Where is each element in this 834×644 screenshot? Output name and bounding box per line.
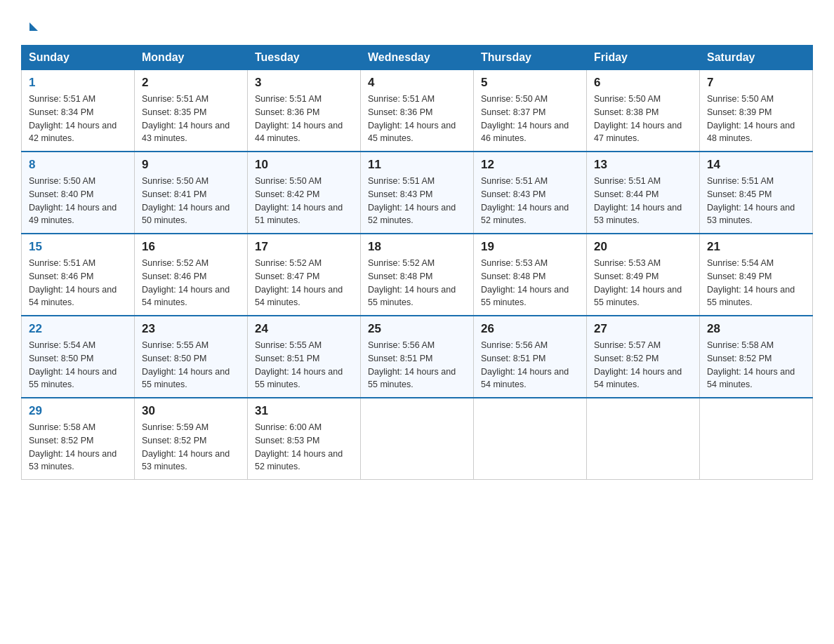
calendar-day-header: Saturday [700, 46, 813, 70]
table-row: 24Sunrise: 5:55 AMSunset: 8:51 PMDayligh… [248, 316, 361, 398]
day-number: 7 [707, 76, 805, 90]
day-info: Sunrise: 5:52 AMSunset: 8:46 PMDaylight:… [142, 257, 240, 309]
day-info: Sunrise: 5:53 AMSunset: 8:49 PMDaylight:… [594, 257, 692, 309]
day-info: Sunrise: 5:51 AMSunset: 8:35 PMDaylight:… [142, 93, 240, 145]
day-info: Sunrise: 5:58 AMSunset: 8:52 PMDaylight:… [29, 421, 127, 474]
table-row: 2Sunrise: 5:51 AMSunset: 8:35 PMDaylight… [135, 70, 248, 152]
day-number: 17 [255, 240, 353, 254]
table-row: 14Sunrise: 5:51 AMSunset: 8:45 PMDayligh… [700, 152, 813, 234]
table-row: 17Sunrise: 5:52 AMSunset: 8:47 PMDayligh… [248, 234, 361, 316]
day-number: 25 [368, 322, 466, 336]
day-info: Sunrise: 5:50 AMSunset: 8:40 PMDaylight:… [29, 175, 127, 227]
table-row: 1Sunrise: 5:51 AMSunset: 8:34 PMDaylight… [22, 70, 135, 152]
table-row: 27Sunrise: 5:57 AMSunset: 8:52 PMDayligh… [587, 316, 700, 398]
table-row: 13Sunrise: 5:51 AMSunset: 8:44 PMDayligh… [587, 152, 700, 234]
table-row: 18Sunrise: 5:52 AMSunset: 8:48 PMDayligh… [361, 234, 474, 316]
table-row: 5Sunrise: 5:50 AMSunset: 8:37 PMDaylight… [474, 70, 587, 152]
day-number: 27 [594, 322, 692, 336]
table-row: 6Sunrise: 5:50 AMSunset: 8:38 PMDaylight… [587, 70, 700, 152]
day-number: 15 [29, 240, 127, 254]
table-row: 7Sunrise: 5:50 AMSunset: 8:39 PMDaylight… [700, 70, 813, 152]
calendar-week-row: 22Sunrise: 5:54 AMSunset: 8:50 PMDayligh… [22, 316, 813, 398]
day-number: 21 [707, 240, 805, 254]
table-row: 16Sunrise: 5:52 AMSunset: 8:46 PMDayligh… [135, 234, 248, 316]
day-info: Sunrise: 5:51 AMSunset: 8:46 PMDaylight:… [29, 257, 127, 309]
day-info: Sunrise: 5:51 AMSunset: 8:43 PMDaylight:… [368, 175, 466, 227]
calendar-day-header: Friday [587, 46, 700, 70]
day-number: 30 [142, 404, 240, 418]
day-number: 29 [29, 404, 127, 418]
calendar-header-row: SundayMondayTuesdayWednesdayThursdayFrid… [22, 46, 813, 70]
logo [21, 14, 38, 34]
table-row [587, 398, 700, 480]
day-number: 2 [142, 76, 240, 90]
day-number: 9 [142, 158, 240, 172]
day-info: Sunrise: 5:51 AMSunset: 8:43 PMDaylight:… [481, 175, 579, 227]
table-row [700, 398, 813, 480]
day-number: 23 [142, 322, 240, 336]
table-row: 25Sunrise: 5:56 AMSunset: 8:51 PMDayligh… [361, 316, 474, 398]
calendar-week-row: 1Sunrise: 5:51 AMSunset: 8:34 PMDaylight… [22, 70, 813, 152]
table-row: 10Sunrise: 5:50 AMSunset: 8:42 PMDayligh… [248, 152, 361, 234]
table-row: 26Sunrise: 5:56 AMSunset: 8:51 PMDayligh… [474, 316, 587, 398]
page-header [21, 14, 813, 34]
day-number: 20 [594, 240, 692, 254]
day-info: Sunrise: 5:53 AMSunset: 8:48 PMDaylight:… [481, 257, 579, 309]
day-number: 18 [368, 240, 466, 254]
day-info: Sunrise: 5:54 AMSunset: 8:50 PMDaylight:… [29, 339, 127, 391]
day-number: 11 [368, 158, 466, 172]
day-info: Sunrise: 5:57 AMSunset: 8:52 PMDaylight:… [594, 339, 692, 391]
day-info: Sunrise: 5:50 AMSunset: 8:38 PMDaylight:… [594, 93, 692, 145]
table-row: 12Sunrise: 5:51 AMSunset: 8:43 PMDayligh… [474, 152, 587, 234]
day-info: Sunrise: 5:50 AMSunset: 8:39 PMDaylight:… [707, 93, 805, 145]
day-info: Sunrise: 5:51 AMSunset: 8:36 PMDaylight:… [255, 93, 353, 145]
day-info: Sunrise: 5:54 AMSunset: 8:49 PMDaylight:… [707, 257, 805, 309]
day-number: 24 [255, 322, 353, 336]
day-info: Sunrise: 5:51 AMSunset: 8:36 PMDaylight:… [368, 93, 466, 145]
day-info: Sunrise: 5:52 AMSunset: 8:47 PMDaylight:… [255, 257, 353, 309]
day-number: 1 [29, 76, 127, 90]
day-info: Sunrise: 5:55 AMSunset: 8:51 PMDaylight:… [255, 339, 353, 391]
table-row: 19Sunrise: 5:53 AMSunset: 8:48 PMDayligh… [474, 234, 587, 316]
day-info: Sunrise: 5:58 AMSunset: 8:52 PMDaylight:… [707, 339, 805, 391]
calendar-day-header: Monday [135, 46, 248, 70]
day-number: 16 [142, 240, 240, 254]
day-number: 6 [594, 76, 692, 90]
day-info: Sunrise: 5:51 AMSunset: 8:44 PMDaylight:… [594, 175, 692, 227]
table-row: 4Sunrise: 5:51 AMSunset: 8:36 PMDaylight… [361, 70, 474, 152]
calendar-table: SundayMondayTuesdayWednesdayThursdayFrid… [21, 45, 813, 480]
day-number: 28 [707, 322, 805, 336]
table-row: 20Sunrise: 5:53 AMSunset: 8:49 PMDayligh… [587, 234, 700, 316]
day-info: Sunrise: 5:50 AMSunset: 8:41 PMDaylight:… [142, 175, 240, 227]
day-number: 3 [255, 76, 353, 90]
day-number: 31 [255, 404, 353, 418]
day-info: Sunrise: 6:00 AMSunset: 8:53 PMDaylight:… [255, 421, 353, 474]
day-info: Sunrise: 5:52 AMSunset: 8:48 PMDaylight:… [368, 257, 466, 309]
day-info: Sunrise: 5:56 AMSunset: 8:51 PMDaylight:… [481, 339, 579, 391]
table-row: 22Sunrise: 5:54 AMSunset: 8:50 PMDayligh… [22, 316, 135, 398]
calendar-day-header: Tuesday [248, 46, 361, 70]
day-info: Sunrise: 5:50 AMSunset: 8:37 PMDaylight:… [481, 93, 579, 145]
table-row: 31Sunrise: 6:00 AMSunset: 8:53 PMDayligh… [248, 398, 361, 480]
table-row: 8Sunrise: 5:50 AMSunset: 8:40 PMDaylight… [22, 152, 135, 234]
table-row: 15Sunrise: 5:51 AMSunset: 8:46 PMDayligh… [22, 234, 135, 316]
day-number: 10 [255, 158, 353, 172]
table-row [474, 398, 587, 480]
day-number: 14 [707, 158, 805, 172]
day-number: 13 [594, 158, 692, 172]
day-info: Sunrise: 5:59 AMSunset: 8:52 PMDaylight:… [142, 421, 240, 474]
table-row: 30Sunrise: 5:59 AMSunset: 8:52 PMDayligh… [135, 398, 248, 480]
day-info: Sunrise: 5:50 AMSunset: 8:42 PMDaylight:… [255, 175, 353, 227]
calendar-week-row: 15Sunrise: 5:51 AMSunset: 8:46 PMDayligh… [22, 234, 813, 316]
calendar-week-row: 29Sunrise: 5:58 AMSunset: 8:52 PMDayligh… [22, 398, 813, 480]
table-row: 9Sunrise: 5:50 AMSunset: 8:41 PMDaylight… [135, 152, 248, 234]
calendar-day-header: Thursday [474, 46, 587, 70]
table-row: 11Sunrise: 5:51 AMSunset: 8:43 PMDayligh… [361, 152, 474, 234]
table-row: 3Sunrise: 5:51 AMSunset: 8:36 PMDaylight… [248, 70, 361, 152]
day-number: 4 [368, 76, 466, 90]
table-row: 23Sunrise: 5:55 AMSunset: 8:50 PMDayligh… [135, 316, 248, 398]
calendar-day-header: Wednesday [361, 46, 474, 70]
day-number: 12 [481, 158, 579, 172]
table-row [361, 398, 474, 480]
table-row: 21Sunrise: 5:54 AMSunset: 8:49 PMDayligh… [700, 234, 813, 316]
